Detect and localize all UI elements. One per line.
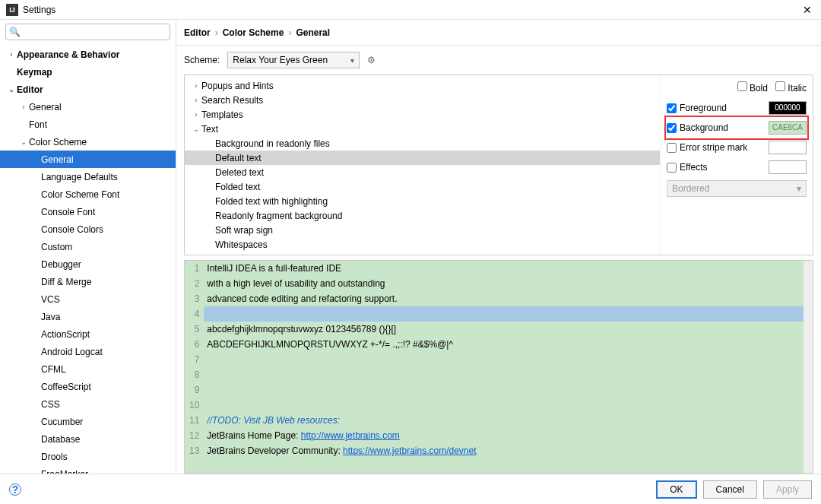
tree-item-readonly-fragment-background[interactable]: Readonly fragment background bbox=[185, 208, 660, 223]
scheme-select[interactable]: Relax Your Eyes Green ▾ bbox=[227, 52, 360, 68]
scheme-label: Scheme: bbox=[184, 55, 220, 65]
chevron-right-icon: › bbox=[215, 27, 218, 38]
apply-button[interactable]: Apply bbox=[763, 480, 812, 499]
nav-item-css[interactable]: CSS bbox=[0, 395, 176, 413]
nav-item-database[interactable]: Database bbox=[0, 430, 176, 448]
tree-item-deleted-text[interactable]: Deleted text bbox=[185, 165, 660, 179]
code-line: //TODO: Visit JB Web resources: bbox=[204, 413, 804, 428]
search-input[interactable] bbox=[5, 24, 170, 40]
nav-item-freemarker[interactable]: FreeMarker bbox=[0, 465, 176, 474]
chevron-down-icon: ▾ bbox=[350, 56, 354, 65]
dialog-footer: ? OK Cancel Apply bbox=[0, 474, 821, 504]
cancel-button[interactable]: Cancel bbox=[703, 480, 757, 499]
error-stripe-swatch[interactable] bbox=[769, 141, 807, 154]
ok-button[interactable]: OK bbox=[656, 480, 696, 499]
effects-swatch[interactable] bbox=[769, 160, 807, 174]
nav-item-appearance-behavior[interactable]: ›Appearance & Behavior bbox=[0, 46, 176, 63]
nav-item-color-scheme-font[interactable]: Color Scheme Font bbox=[0, 185, 176, 203]
code-line: abcdefghijklmnopqrstuvwxyz 0123456789 ()… bbox=[204, 322, 804, 337]
code-line: advanced code editing and refactoring su… bbox=[204, 291, 804, 306]
nav-item-vcs[interactable]: VCS bbox=[0, 290, 176, 308]
app-icon: IJ bbox=[6, 4, 18, 16]
error-stripe-checkbox[interactable]: Error stripe mark bbox=[667, 142, 769, 153]
nav-item-console-font[interactable]: Console Font bbox=[0, 203, 176, 220]
link[interactable]: http://www.jetbrains.com bbox=[301, 430, 400, 441]
nav-item-cfml[interactable]: CFML bbox=[0, 360, 176, 378]
link[interactable]: https://www.jetbrains.com/devnet bbox=[343, 445, 476, 456]
nav-item-console-colors[interactable]: Console Colors bbox=[0, 220, 176, 238]
chevron-down-icon: ▾ bbox=[797, 183, 801, 194]
nav-item-editor[interactable]: ⌄Editor bbox=[0, 81, 176, 98]
chevron-down-icon: ⌄ bbox=[6, 85, 17, 94]
tree-item-folded-text[interactable]: Folded text bbox=[185, 179, 660, 194]
gear-icon[interactable]: ⚙ bbox=[367, 55, 376, 65]
bold-checkbox[interactable]: Bold bbox=[737, 83, 768, 94]
scheme-value: Relax Your Eyes Green bbox=[233, 55, 328, 65]
code-line: JetBrains Home Page: http://www.jetbrain… bbox=[204, 428, 804, 443]
tree-item-popups-and-hints[interactable]: ›Popups and Hints bbox=[185, 78, 660, 93]
titlebar: IJ Settings ✕ bbox=[0, 0, 821, 20]
chevron-right-icon: › bbox=[288, 27, 291, 38]
tree-item-text[interactable]: ⌄Text bbox=[185, 122, 660, 136]
tree-item-folded-text-with-highlighting[interactable]: Folded text with highlighting bbox=[185, 194, 660, 208]
tree-item-whitespaces[interactable]: Whitespaces bbox=[185, 237, 660, 252]
breadcrumb-color-scheme[interactable]: Color Scheme bbox=[223, 27, 284, 38]
background-checkbox[interactable]: Background bbox=[667, 122, 769, 133]
help-icon[interactable]: ? bbox=[9, 483, 21, 496]
code-line: IntelliJ IDEA is a full-featured IDE bbox=[204, 261, 804, 276]
nav-item-font[interactable]: Font bbox=[0, 116, 176, 133]
nav-item-language-defaults[interactable]: Language Defaults bbox=[0, 168, 176, 185]
nav-item-diff-merge[interactable]: Diff & Merge bbox=[0, 273, 176, 290]
breadcrumb: Editor › Color Scheme › General bbox=[176, 20, 821, 46]
chevron-right-icon: › bbox=[191, 110, 201, 119]
chevron-right-icon: › bbox=[191, 96, 201, 104]
code-line: ABCDEFGHIJKLMNOPQRSTUVWXYZ +-*/= .,;:!? … bbox=[204, 337, 804, 352]
effects-select: Bordered ▾ bbox=[667, 180, 807, 197]
effects-checkbox[interactable]: Effects bbox=[667, 162, 769, 173]
code-line bbox=[204, 382, 804, 398]
code-line: JetBrains Developer Community: https://w… bbox=[204, 443, 804, 458]
error-stripe[interactable] bbox=[804, 261, 813, 473]
chevron-right-icon: › bbox=[18, 103, 29, 111]
breadcrumb-general: General bbox=[296, 27, 330, 38]
attribute-tree[interactable]: ›Popups and Hints›Search Results›Templat… bbox=[185, 75, 661, 255]
window-title: Settings bbox=[23, 5, 800, 15]
nav-item-cucumber[interactable]: Cucumber bbox=[0, 413, 176, 430]
close-icon[interactable]: ✕ bbox=[800, 4, 815, 16]
nav-item-coffeescript[interactable]: CoffeeScript bbox=[0, 378, 176, 395]
nav-item-actionscript[interactable]: ActionScript bbox=[0, 325, 176, 343]
tree-item-default-text[interactable]: Default text bbox=[185, 151, 660, 165]
chevron-right-icon: › bbox=[191, 81, 201, 90]
nav-item-keymap[interactable]: Keymap bbox=[0, 63, 176, 81]
code-area[interactable]: IntelliJ IDEA is a full-featured IDEwith… bbox=[204, 261, 804, 473]
foreground-swatch[interactable]: 000000 bbox=[769, 101, 807, 115]
chevron-down-icon: ⌄ bbox=[191, 125, 201, 133]
nav-item-custom[interactable]: Custom bbox=[0, 238, 176, 255]
preview-editor[interactable]: 12345678910111213 IntelliJ IDEA is a ful… bbox=[185, 261, 813, 473]
sidebar: 🔍 ›Appearance & BehaviorKeymap⌄Editor›Ge… bbox=[0, 20, 176, 474]
nav-item-debugger[interactable]: Debugger bbox=[0, 255, 176, 273]
nav-item-java[interactable]: Java bbox=[0, 308, 176, 325]
tree-item-templates[interactable]: ›Templates bbox=[185, 107, 660, 122]
code-line: with a high level of usability and outst… bbox=[204, 276, 804, 291]
tree-item-search-results[interactable]: ›Search Results bbox=[185, 93, 660, 107]
foreground-checkbox[interactable]: Foreground bbox=[667, 103, 769, 113]
chevron-right-icon: › bbox=[6, 50, 17, 59]
nav-item-general[interactable]: ›General bbox=[0, 98, 176, 116]
italic-checkbox[interactable]: Italic bbox=[775, 83, 807, 94]
background-swatch[interactable]: CAE6CA bbox=[769, 121, 807, 135]
search-icon: 🔍 bbox=[9, 27, 21, 37]
breadcrumb-editor[interactable]: Editor bbox=[184, 27, 211, 38]
gutter: 12345678910111213 bbox=[185, 261, 204, 473]
code-line bbox=[204, 306, 804, 322]
tree-item-soft-wrap-sign[interactable]: Soft wrap sign bbox=[185, 223, 660, 237]
chevron-down-icon: ⌄ bbox=[18, 138, 29, 146]
tree-item-background-in-readonly-files[interactable]: Background in readonly files bbox=[185, 136, 660, 151]
code-line bbox=[204, 352, 804, 367]
nav-item-drools[interactable]: Drools bbox=[0, 448, 176, 465]
nav-item-android-logcat[interactable]: Android Logcat bbox=[0, 343, 176, 360]
nav-item-color-scheme[interactable]: ⌄Color Scheme bbox=[0, 133, 176, 151]
nav-item-general[interactable]: General bbox=[0, 151, 176, 168]
attribute-panel: Bold Italic Foreground 000000 Background… bbox=[661, 75, 813, 255]
settings-tree[interactable]: ›Appearance & BehaviorKeymap⌄Editor›Gene… bbox=[0, 44, 176, 474]
